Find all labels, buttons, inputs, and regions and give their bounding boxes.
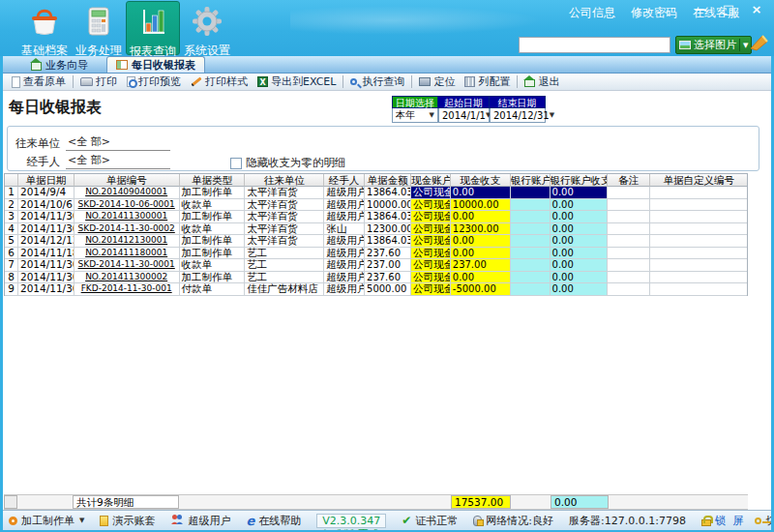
cell-bank-flow: 0.00: [551, 283, 609, 296]
cell-date: 2014/11/30: [18, 223, 74, 236]
exit-button[interactable]: 退出: [520, 74, 564, 89]
cell-date: 2014/11/18: [18, 248, 74, 260]
online-help-button[interactable]: e 在线帮助: [246, 514, 301, 528]
table-row[interactable]: 3 2014/11/30 NO.201411300001 加工制作单 太平洋百货…: [5, 211, 747, 223]
column-config-button[interactable]: 列配置: [460, 74, 515, 89]
cell-rownum: 2: [5, 199, 18, 212]
lock-screen-button[interactable]: 锁 屏: [701, 514, 746, 528]
doc-type-selector[interactable]: 加工制作单 ▼: [9, 514, 84, 528]
users-icon: [170, 514, 184, 528]
cell-bank-account: [511, 259, 551, 272]
select-image-button[interactable]: 选择图片 ▼: [675, 36, 752, 54]
cell-doc-no-link[interactable]: NO.201411300001: [74, 211, 180, 223]
view-original-button[interactable]: 查看原单: [7, 74, 71, 89]
print-button[interactable]: 打印: [75, 74, 122, 89]
company-info-link[interactable]: 公司信息: [569, 5, 615, 21]
locate-button[interactable]: 定位: [414, 74, 460, 89]
gear-icon: [191, 5, 223, 42]
cell-custom-no: [650, 223, 747, 236]
end-date-select[interactable]: 2014/12/31 ▼: [490, 108, 546, 123]
column-header-note[interactable]: 备注: [608, 174, 650, 187]
cell-custom-no: [650, 248, 747, 260]
chevron-down-icon: ▼: [550, 111, 554, 119]
print-preview-button[interactable]: 打印预览: [122, 74, 186, 89]
cell-amount: 237.60: [365, 272, 411, 284]
change-password-link[interactable]: 修改密码: [631, 5, 677, 21]
table-row[interactable]: 9 2014/11/30 FKD-2014-11-30-001 付款单 佳佳广告…: [5, 283, 747, 296]
column-header-custom-no[interactable]: 单据自定义编号: [650, 174, 747, 187]
column-header-cash-flow[interactable]: 现金收支: [451, 174, 511, 187]
print-style-button[interactable]: 打印样式: [186, 74, 253, 89]
cell-person: 超级用户: [324, 199, 365, 212]
cell-unit: 艺工: [245, 248, 324, 260]
table-row[interactable]: 8 2014/11/30 NO.201411300002 加工制作单 艺工 超级…: [5, 272, 747, 284]
cell-doc-no-link[interactable]: NO.201411300002: [74, 272, 180, 284]
cell-bank-account: [511, 223, 551, 236]
cell-unit: 佳佳广告材料店: [245, 283, 324, 296]
cell-person: 超级用户: [324, 272, 365, 284]
column-header-date[interactable]: 单据日期: [18, 174, 74, 187]
maximize-button[interactable]: □: [721, 2, 736, 16]
cell-note: [608, 248, 650, 260]
module-basic-archives[interactable]: 基础档案: [17, 1, 72, 55]
column-header-person[interactable]: 经手人: [324, 174, 365, 187]
cell-bank-flow: 0.00: [551, 235, 609, 248]
cell-doc-no-link[interactable]: NO.201412130001: [74, 235, 180, 248]
column-header-bank-flow[interactable]: 银行账户收支: [551, 174, 609, 187]
start-date-select[interactable]: 2014/1/1 ▼: [438, 108, 490, 123]
module-settings[interactable]: 系统设置: [180, 1, 234, 55]
column-header-rownum[interactable]: [5, 174, 18, 187]
pencil-icon: [191, 76, 201, 86]
horn-icon[interactable]: [749, 33, 770, 56]
cell-doc-no-link[interactable]: NO.201409040001: [74, 187, 180, 199]
cell-note: [608, 199, 650, 212]
export-excel-button[interactable]: X 导出到EXCEL: [253, 74, 341, 89]
calculator-icon: [82, 5, 115, 42]
module-reports[interactable]: 报表查询: [126, 1, 180, 55]
close-button[interactable]: ×: [749, 2, 764, 16]
unit-filter-field[interactable]: <全 部>: [66, 134, 170, 151]
tab-daily-cash-report[interactable]: 每日收银报表: [106, 56, 205, 73]
column-header-type[interactable]: 单据类型: [180, 174, 246, 187]
cell-cash-account: 公司现金: [411, 223, 451, 236]
hide-zero-checkbox[interactable]: [230, 158, 242, 169]
column-header-cash-account[interactable]: 现金账户: [411, 174, 451, 187]
run-query-button[interactable]: 执行查询: [345, 74, 409, 89]
current-user-indicator[interactable]: 超级用户: [170, 514, 230, 528]
cell-doc-no-link[interactable]: SKD-2014-11-30-0002: [74, 223, 180, 236]
minimize-button[interactable]: —: [693, 2, 708, 16]
cell-person: 超级用户: [324, 248, 365, 260]
table-row[interactable]: 5 2014/12/13 NO.201412130001 加工制作单 太平洋百货…: [5, 235, 747, 248]
bar-chart-icon: [136, 6, 169, 43]
table-row[interactable]: 2 2014/10/6 SKD-2014-10-06-0001 收款单 太平洋百…: [5, 199, 747, 212]
person-filter-field[interactable]: <全 部>: [66, 153, 170, 169]
table-row[interactable]: 4 2014/11/30 SKD-2014-11-30-0002 收款单 太平洋…: [5, 223, 747, 236]
table-row[interactable]: 7 2014/11/30 SKD-2014-11-30-0001 收款单 艺工 …: [5, 259, 747, 272]
column-header-unit[interactable]: 往来单位: [245, 174, 324, 187]
cell-rownum: 7: [5, 259, 18, 272]
date-range-select[interactable]: 本年 ▼: [392, 108, 438, 123]
cell-doc-no-link[interactable]: NO.201411180001: [74, 248, 180, 260]
cell-doc-no-link[interactable]: FKD-2014-11-30-001: [74, 283, 180, 296]
doc-type-label: 加工制作单: [21, 514, 74, 528]
tab-business-wizard[interactable]: 业务向导: [22, 57, 97, 73]
cell-type: 加工制作单: [180, 235, 246, 248]
button-label: 打印: [96, 74, 117, 89]
button-label: 列配置: [478, 74, 510, 89]
banner-text-input[interactable]: [519, 37, 670, 53]
chevron-down-icon[interactable]: ▼: [743, 42, 748, 49]
cell-date: 2014/9/4: [18, 187, 74, 199]
table-row[interactable]: 6 2014/11/18 NO.201411180001 加工制作单 艺工 超级…: [5, 248, 747, 260]
cell-doc-no-link[interactable]: SKD-2014-10-06-0001: [74, 199, 180, 212]
cell-cash-account: 公司现金: [411, 248, 451, 260]
column-header-amount[interactable]: 单据金额: [365, 174, 411, 187]
table-row[interactable]: 1 2014/9/4 NO.201409040001 加工制作单 太平洋百货 超…: [5, 187, 747, 199]
account-set-indicator[interactable]: 演示账套: [100, 514, 155, 528]
end-date-value: 2014/12/31: [493, 110, 550, 121]
module-business[interactable]: 业务处理: [72, 1, 126, 55]
button-label: 查看原单: [23, 74, 66, 89]
column-header-no[interactable]: 单据编号: [74, 174, 180, 187]
chevron-down-icon: ▼: [79, 517, 84, 524]
cell-doc-no-link[interactable]: SKD-2014-11-30-0001: [74, 259, 180, 272]
column-header-bank-account[interactable]: 银行账户: [511, 174, 551, 187]
